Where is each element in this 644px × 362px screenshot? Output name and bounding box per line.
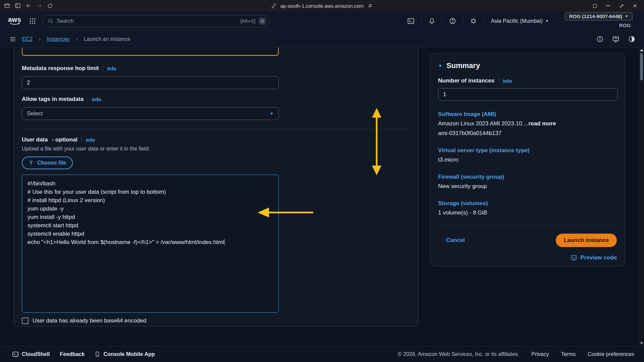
instances-count-label: Number of instances xyxy=(438,77,494,84)
instances-info-link[interactable]: Info xyxy=(503,78,512,84)
switch-icon[interactable] xyxy=(367,2,374,9)
aws-logo[interactable]: aws xyxy=(8,16,21,25)
upload-icon xyxy=(29,160,34,166)
user-data-optional-label: - optional xyxy=(52,136,77,143)
amazon-q-icon[interactable] xyxy=(259,17,266,25)
collapse-caret-icon: ▼ xyxy=(438,63,442,68)
base64-checkbox-label: User data has already been base64 encode… xyxy=(33,317,146,324)
allow-tags-select-value: Select xyxy=(27,110,43,117)
user-data-description: Upload a file with your user data or ent… xyxy=(22,146,410,152)
breadcrumb-instances[interactable]: Instances xyxy=(47,36,69,42)
scroll-up-icon[interactable] xyxy=(640,49,643,51)
account-name-label: ROG xyxy=(619,22,631,28)
chevron-down-icon: ▼ xyxy=(545,19,549,23)
aws-smile-icon xyxy=(9,22,20,25)
allow-tags-info-link[interactable]: Info xyxy=(92,97,101,102)
breadcrumb-separator: › xyxy=(76,36,78,43)
info-icon[interactable] xyxy=(596,36,603,43)
reload-icon[interactable] xyxy=(46,2,54,9)
user-data-info-link[interactable]: Info xyxy=(86,137,95,143)
summary-instance-type-value: t3.micro xyxy=(438,156,617,164)
search-icon xyxy=(48,18,53,24)
preview-code-icon xyxy=(571,254,577,261)
summary-firewall-value: New security group xyxy=(438,182,617,190)
summary-firewall-heading[interactable]: Firewall (security group) xyxy=(438,174,617,180)
chevron-down-icon: ▼ xyxy=(270,111,274,116)
summary-header[interactable]: ▼ Summary xyxy=(438,61,617,70)
breadcrumb-current: Launch an instance xyxy=(84,36,130,42)
choose-file-button[interactable]: Choose file xyxy=(22,157,73,169)
user-data-textarea[interactable]: #!/bin/bash # Use this for your user dat… xyxy=(22,175,279,313)
section-divider xyxy=(22,129,410,129)
label-divider xyxy=(88,97,88,102)
region-selector[interactable]: Asia Pacific (Mumbai) ▼ xyxy=(484,18,549,24)
scrollbar[interactable] xyxy=(639,48,644,346)
footer-mobile-app-button[interactable]: Console Mobile App xyxy=(95,351,155,357)
text-cursor xyxy=(224,239,225,245)
privacy-link[interactable]: Privacy xyxy=(531,351,549,357)
scroll-down-icon[interactable] xyxy=(640,342,643,345)
hop-limit-input[interactable] xyxy=(22,76,279,89)
base64-checkbox[interactable] xyxy=(22,317,29,324)
user-data-label: User data xyxy=(22,136,48,143)
summary-storage-heading[interactable]: Storage (volumes) xyxy=(438,200,617,207)
browser-titlebar: ap-south-1.console.aws.amazon.com × xyxy=(0,0,644,11)
user-data-script: #!/bin/bash # Use this for your user dat… xyxy=(28,180,224,245)
url-bar[interactable]: ap-south-1.console.aws.amazon.com xyxy=(270,2,374,9)
allow-tags-label: Allow tags in metadata xyxy=(22,96,84,103)
console-search[interactable]: [Alt+S] xyxy=(43,15,270,27)
window-icon[interactable] xyxy=(591,2,598,9)
copyright-text: © 2026, Amazon Web Services, Inc. or its… xyxy=(398,351,519,357)
focused-field[interactable] xyxy=(22,48,279,56)
hop-limit-label: Metadata response hop limit xyxy=(22,65,99,72)
footer-feedback-button[interactable]: Feedback xyxy=(60,351,85,357)
hamburger-menu-icon[interactable] xyxy=(9,36,16,43)
summary-instance-type-heading[interactable]: Virtual server type (instance type) xyxy=(438,147,617,154)
cookie-preferences-link[interactable]: Cookie preferences xyxy=(588,351,634,357)
console-footer: CloudShell Feedback Console Mobile App ©… xyxy=(0,346,644,362)
feedback-icon[interactable] xyxy=(612,36,620,43)
region-label: Asia Pacific (Mumbai) xyxy=(491,18,543,24)
hop-limit-info-link[interactable]: Info xyxy=(107,66,117,71)
mobile-app-label: Console Mobile App xyxy=(103,351,155,357)
advanced-details-panel: Metadata response hop limit Info Allow t… xyxy=(13,48,419,327)
cloudshell-icon[interactable] xyxy=(400,17,421,25)
preview-code-label: Preview code xyxy=(580,254,617,261)
choose-file-label: Choose file xyxy=(37,160,66,166)
notifications-bell-icon[interactable] xyxy=(421,17,442,24)
summary-panel: ▼ Summary Number of instances Info Softw… xyxy=(430,53,625,266)
summary-storage-value: 1 volume(s) - 8 GiB xyxy=(438,209,617,217)
preview-code-button[interactable]: Preview code xyxy=(438,254,617,261)
close-icon[interactable]: × xyxy=(631,2,639,9)
cancel-button[interactable]: Cancel xyxy=(446,237,465,244)
breadcrumb-bar: EC2 › Instances › Launch an instance xyxy=(0,31,644,48)
summary-title: Summary xyxy=(446,61,480,70)
terms-link[interactable]: Terms xyxy=(561,351,576,357)
help-icon[interactable] xyxy=(442,17,463,24)
account-menu-button[interactable]: ROG (1214-9007-6448) ▼ xyxy=(565,12,633,20)
minimize-icon[interactable] xyxy=(604,2,612,9)
forward-icon[interactable] xyxy=(36,2,43,9)
cloudshell-label: CloudShell xyxy=(22,351,50,357)
sidebar-toggle-icon[interactable] xyxy=(14,2,21,9)
main-content: Metadata response hop limit Info Allow t… xyxy=(0,48,639,346)
chevron-down-icon: ▼ xyxy=(625,14,628,18)
search-input[interactable] xyxy=(57,18,237,24)
help-panel-icon[interactable] xyxy=(628,36,635,43)
firefox-view-icon[interactable] xyxy=(3,2,11,9)
label-divider xyxy=(103,66,103,71)
restore-icon[interactable] xyxy=(618,2,625,9)
back-icon[interactable] xyxy=(25,2,32,9)
launch-instance-button[interactable]: Launch instance xyxy=(556,234,617,247)
services-grid-icon[interactable] xyxy=(29,18,36,24)
settings-gear-icon[interactable] xyxy=(463,17,484,24)
aws-header: aws [Alt+S] Asia Pacific (Mumbai) ▼ xyxy=(0,11,644,31)
summary-divider xyxy=(438,226,617,226)
allow-tags-select[interactable]: Select ▼ xyxy=(22,107,279,120)
summary-ami-heading[interactable]: Software Image (AMI) xyxy=(438,111,617,118)
scrollbar-thumb[interactable] xyxy=(640,53,643,80)
instances-count-input[interactable] xyxy=(438,88,618,101)
ami-read-more-link[interactable]: read more xyxy=(528,120,556,127)
breadcrumb-ec2[interactable]: EC2 xyxy=(22,36,33,42)
footer-cloudshell-button[interactable]: CloudShell xyxy=(12,351,50,358)
